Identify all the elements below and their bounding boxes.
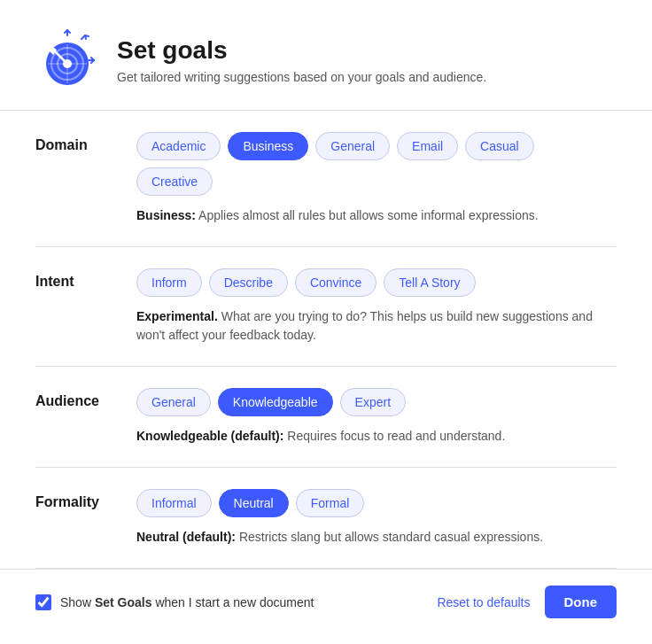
header-text-block: Set goals Get tailored writing suggestio… — [117, 36, 486, 84]
intent-option-inform[interactable]: Inform — [136, 268, 202, 297]
formality-option-informal[interactable]: Informal — [136, 489, 212, 517]
formality-option-neutral[interactable]: Neutral — [219, 489, 289, 517]
intent-option-describe[interactable]: Describe — [209, 268, 288, 297]
domain-option-creative[interactable]: Creative — [136, 167, 213, 196]
formality-options: InformalNeutralFormal — [136, 489, 364, 517]
formality-description-bold: Neutral (default): — [136, 530, 236, 544]
domain-options: AcademicBusinessGeneralEmailCasualCreati… — [136, 132, 617, 196]
intent-option-convince[interactable]: Convince — [295, 268, 376, 297]
audience-description-text: Requires focus to read and understand. — [283, 429, 505, 443]
domain-option-casual[interactable]: Casual — [465, 132, 534, 160]
reset-to-defaults-button[interactable]: Reset to defaults — [437, 595, 530, 609]
audience-option-general[interactable]: General — [136, 388, 211, 416]
domain-description: Business: Applies almost all rules but a… — [136, 206, 617, 225]
domain-option-general[interactable]: General — [315, 132, 390, 160]
intent-label: Intent — [35, 268, 115, 290]
audience-section: Audience GeneralKnowledgeableExpert Know… — [35, 367, 617, 468]
domain-option-academic[interactable]: Academic — [136, 132, 221, 160]
domain-description-bold: Business: — [136, 208, 196, 222]
intent-description: Experimental. What are you trying to do?… — [136, 307, 617, 345]
done-button[interactable]: Done — [545, 586, 617, 618]
intent-option-tell-a-story[interactable]: Tell A Story — [384, 268, 475, 297]
footer-checkbox-label: Show Set Goals when I start a new docume… — [60, 595, 314, 609]
intent-options: InformDescribeConvinceTell A Story — [136, 268, 476, 297]
page-header: Set goals Get tailored writing suggestio… — [35, 28, 617, 92]
formality-section: Formality InformalNeutralFormal Neutral … — [35, 468, 617, 569]
svg-line-8 — [85, 35, 89, 36]
audience-label: Audience — [35, 388, 115, 409]
footer-right: Reset to defaults Done — [437, 586, 617, 618]
intent-description-bold: Experimental. — [136, 309, 218, 323]
domain-section: Domain AcademicBusinessGeneralEmailCasua… — [35, 111, 617, 247]
intent-section: Intent InformDescribeConvinceTell A Stor… — [35, 247, 617, 367]
audience-options: GeneralKnowledgeableExpert — [136, 388, 406, 416]
formality-description-text: Restricts slang but allows standard casu… — [236, 530, 543, 544]
audience-description-bold: Knowledgeable (default): — [136, 429, 283, 443]
domain-description-text: Applies almost all rules but allows some… — [196, 208, 539, 222]
domain-option-business[interactable]: Business — [228, 132, 308, 160]
audience-option-knowledgeable[interactable]: Knowledgeable — [218, 388, 333, 416]
set-goals-icon — [35, 28, 99, 92]
show-set-goals-checkbox[interactable] — [35, 594, 51, 610]
domain-label: Domain — [35, 132, 115, 153]
formality-option-formal[interactable]: Formal — [296, 489, 365, 517]
page-subtitle: Get tailored writing suggestions based o… — [117, 70, 486, 84]
audience-option-expert[interactable]: Expert — [340, 388, 406, 416]
footer-left: Show Set Goals when I start a new docume… — [35, 594, 314, 610]
page-title: Set goals — [117, 36, 486, 65]
audience-description: Knowledgeable (default): Requires focus … — [136, 427, 617, 446]
formality-label: Formality — [35, 489, 115, 510]
formality-description: Neutral (default): Restricts slang but a… — [136, 528, 617, 547]
domain-option-email[interactable]: Email — [397, 132, 458, 160]
footer: Show Set Goals when I start a new docume… — [0, 569, 652, 634]
